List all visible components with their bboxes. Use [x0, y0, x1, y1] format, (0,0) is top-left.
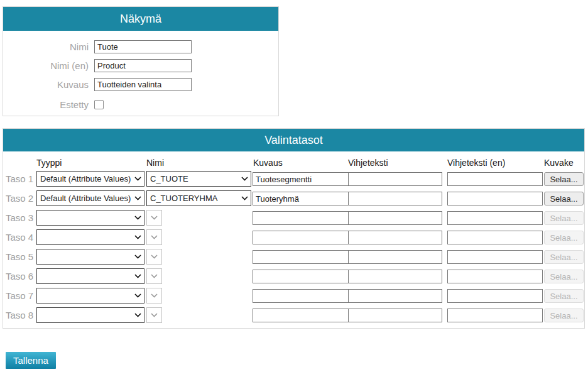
field-row-nimi-en: Nimi (en) [3, 56, 278, 75]
chevron-down-icon [241, 196, 248, 200]
level-row-label: Taso 1 [6, 170, 33, 189]
vihjeteksti-cell-input[interactable] [348, 192, 442, 205]
kuvaus-cell-input[interactable] [253, 231, 349, 244]
level-row-label: Taso 8 [6, 306, 33, 326]
column-headers: Tyyppi Nimi Kuvaus Vihjeteksti Vihjeteks… [3, 158, 584, 169]
type-select[interactable] [36, 288, 144, 304]
vihjeteksti-en-cell-input[interactable] [447, 192, 543, 205]
level-row-label: Taso 7 [6, 287, 33, 306]
view-form: Nimi Nimi (en) Kuvaus Estetty [3, 31, 278, 114]
name-select [146, 249, 162, 265]
name-select[interactable]: C_TUOTERYHMA [146, 190, 251, 206]
vihjeteksti-en-cell-input[interactable] [447, 250, 543, 264]
field-row-nimi: Nimi [3, 37, 278, 56]
table-row: Taso 2 Default (Attribute Values) C_TUOT… [3, 189, 584, 209]
vihjeteksti-cell-input[interactable] [348, 250, 442, 264]
type-select[interactable] [36, 229, 144, 245]
table-row: Taso 8 Selaa... [3, 306, 584, 326]
type-select-value: Default (Attribute Values) [40, 194, 132, 203]
kuvaus-cell-input[interactable] [253, 289, 349, 303]
vihjeteksti-en-cell-input[interactable] [447, 172, 543, 186]
browse-button[interactable]: Selaa... [544, 192, 584, 205]
view-panel: Näkymä Nimi Nimi (en) Kuvaus Estetty [3, 6, 279, 116]
vihjeteksti-en-cell-input[interactable] [447, 231, 543, 244]
column-header-kuvake: Kuvake [544, 158, 574, 168]
type-select[interactable]: Default (Attribute Values) [36, 190, 144, 206]
kuvaus-cell-input[interactable] [253, 250, 349, 264]
name-select [146, 210, 162, 226]
kuvaus-cell-input[interactable] [253, 309, 349, 322]
vihjeteksti-cell-input[interactable] [348, 231, 442, 244]
chevron-down-icon [134, 274, 141, 278]
vihjeteksti-en-cell-input[interactable] [447, 270, 543, 283]
browse-button[interactable]: Selaa... [544, 172, 584, 186]
level-row-label: Taso 4 [6, 228, 33, 248]
table-row: Taso 7 Selaa... [3, 287, 584, 306]
type-select[interactable] [36, 268, 144, 284]
nimi-label: Nimi [3, 41, 89, 52]
type-select[interactable] [36, 249, 144, 265]
chevron-down-icon [134, 216, 141, 220]
save-button[interactable]: Tallenna [6, 352, 56, 369]
kuvaus-cell-input[interactable] [253, 192, 349, 205]
level-row-label: Taso 5 [6, 248, 33, 267]
estetty-label: Estetty [3, 99, 89, 110]
browse-button: Selaa... [544, 270, 584, 283]
kuvaus-cell-input[interactable] [253, 211, 349, 225]
browse-button: Selaa... [544, 211, 584, 225]
level-rows: Taso 1 Default (Attribute Values) C_TUOT… [3, 170, 584, 326]
level-row-label: Taso 3 [6, 209, 33, 228]
table-row: Taso 3 Selaa... [3, 209, 584, 228]
column-header-vihjeteksti-en: Vihjeteksti (en) [447, 158, 505, 168]
type-select-value: Default (Attribute Values) [40, 174, 132, 183]
estetty-checkbox[interactable] [94, 100, 104, 109]
browse-button: Selaa... [544, 231, 584, 244]
browse-button: Selaa... [544, 250, 584, 264]
kuvaus-cell-input[interactable] [253, 172, 349, 186]
nimi-en-label: Nimi (en) [3, 60, 89, 71]
nimi-en-input[interactable] [94, 59, 192, 72]
vihjeteksti-cell-input[interactable] [348, 211, 442, 225]
chevron-down-icon [134, 293, 141, 298]
chevron-down-icon [151, 235, 158, 239]
levels-panel: Valintatasot Tyyppi Nimi Kuvaus Vihjetek… [3, 128, 585, 329]
kuvaus-input[interactable] [94, 78, 192, 91]
nimi-input[interactable] [94, 40, 192, 53]
type-select[interactable] [36, 210, 144, 226]
chevron-down-icon [134, 196, 141, 200]
column-header-kuvaus: Kuvaus [253, 158, 283, 168]
column-header-tyyppi: Tyyppi [36, 158, 62, 168]
chevron-down-icon [151, 313, 158, 317]
chevron-down-icon [241, 177, 248, 181]
field-row-estetty: Estetty [3, 95, 278, 114]
name-select [146, 229, 162, 245]
table-row: Taso 5 Selaa... [3, 248, 584, 267]
type-select[interactable]: Default (Attribute Values) [36, 171, 144, 187]
vihjeteksti-cell-input[interactable] [348, 270, 442, 283]
name-select [146, 307, 162, 323]
type-select[interactable] [36, 307, 144, 323]
chevron-down-icon [134, 313, 141, 317]
chevron-down-icon [134, 177, 141, 181]
name-select [146, 268, 162, 284]
vihjeteksti-en-cell-input[interactable] [447, 211, 543, 225]
level-row-label: Taso 6 [6, 267, 33, 287]
chevron-down-icon [151, 216, 158, 220]
name-select-value: C_TUOTE [150, 174, 239, 183]
vihjeteksti-cell-input[interactable] [348, 309, 442, 322]
table-row: Taso 4 Selaa... [3, 228, 584, 248]
page: Näkymä Nimi Nimi (en) Kuvaus Estetty Val… [0, 0, 588, 372]
kuvaus-cell-input[interactable] [253, 270, 349, 283]
vihjeteksti-cell-input[interactable] [348, 289, 442, 303]
vihjeteksti-en-cell-input[interactable] [447, 309, 543, 322]
levels-panel-title: Valintatasot [3, 129, 584, 151]
table-row: Taso 1 Default (Attribute Values) C_TUOT… [3, 170, 584, 189]
field-row-kuvaus: Kuvaus [3, 75, 278, 94]
vihjeteksti-en-cell-input[interactable] [447, 289, 543, 303]
browse-button: Selaa... [544, 309, 584, 322]
table-row: Taso 6 Selaa... [3, 267, 584, 287]
browse-button: Selaa... [544, 289, 584, 303]
vihjeteksti-cell-input[interactable] [348, 172, 442, 186]
name-select-value: C_TUOTERYHMA [150, 194, 239, 203]
name-select[interactable]: C_TUOTE [146, 171, 251, 187]
